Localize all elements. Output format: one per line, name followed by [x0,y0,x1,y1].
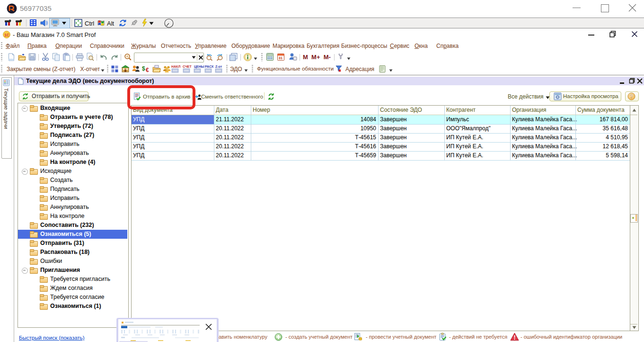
svg-text:$: $ [142,65,145,72]
svg-text:31: 31 [278,56,282,60]
svg-text:?: ? [630,93,634,100]
svg-text:1C: 1C [4,33,9,37]
svg-text:€: € [146,67,149,73]
